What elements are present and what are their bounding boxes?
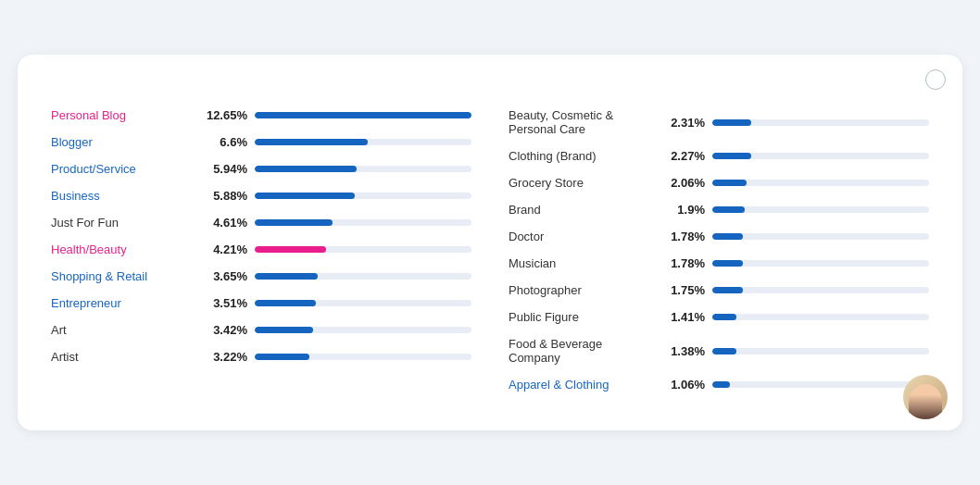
bar-track xyxy=(712,287,929,293)
row-label: Clothing (Brand) xyxy=(509,149,657,163)
row-percent: 2.31% xyxy=(657,116,705,130)
row-percent: 3.42% xyxy=(199,323,247,337)
left-column: Personal Blog12.65%Blogger6.6%Product/Se… xyxy=(51,108,471,404)
row-percent: 3.65% xyxy=(199,269,247,283)
bar-fill xyxy=(255,354,309,360)
bar-fill xyxy=(255,139,368,145)
bar-track xyxy=(255,354,471,360)
bar-fill xyxy=(255,246,326,253)
row-label: Food & Beverage Company xyxy=(509,337,657,365)
bar-fill xyxy=(712,260,743,267)
table-row: Grocery Store2.06% xyxy=(509,176,929,190)
avatar-figure xyxy=(909,384,942,419)
row-percent: 5.94% xyxy=(199,162,247,176)
row-percent: 2.06% xyxy=(657,176,705,190)
table-row: Clothing (Brand)2.27% xyxy=(509,149,929,163)
bar-fill xyxy=(712,153,751,159)
bar-track xyxy=(255,273,471,280)
bar-fill xyxy=(255,166,357,172)
bar-track xyxy=(712,206,929,213)
bar-fill xyxy=(712,381,730,388)
table-row: Musician1.78% xyxy=(509,256,929,270)
row-percent: 6.6% xyxy=(199,135,247,149)
row-percent: 4.61% xyxy=(199,216,247,230)
row-percent: 3.51% xyxy=(199,296,247,310)
bar-track xyxy=(712,180,929,186)
bar-track xyxy=(255,112,471,118)
bar-track xyxy=(255,300,471,306)
row-label: Art xyxy=(51,323,199,337)
columns-container: Personal Blog12.65%Blogger6.6%Product/Se… xyxy=(51,108,929,404)
row-percent: 1.78% xyxy=(657,230,705,243)
table-row: Photographer1.75% xyxy=(509,283,929,297)
bar-track xyxy=(255,219,471,226)
row-percent: 1.9% xyxy=(657,203,705,217)
row-percent: 1.41% xyxy=(657,310,705,324)
bar-track xyxy=(712,119,929,126)
bar-fill xyxy=(255,219,333,226)
bar-fill xyxy=(712,233,743,240)
bar-track xyxy=(255,139,471,145)
bar-fill xyxy=(712,287,743,293)
bar-fill xyxy=(255,112,471,118)
row-label: Health/Beauty xyxy=(51,242,199,256)
bar-fill xyxy=(712,314,736,320)
table-row: Entrepreneur3.51% xyxy=(51,296,471,310)
bar-fill xyxy=(255,327,313,333)
row-percent: 1.78% xyxy=(657,256,705,270)
avatar xyxy=(903,375,948,419)
bar-track xyxy=(712,381,929,388)
row-label: Brand xyxy=(509,203,657,217)
bar-fill xyxy=(255,273,318,280)
table-row: Brand1.9% xyxy=(509,203,929,217)
bar-fill xyxy=(712,206,745,213)
bar-fill xyxy=(255,193,355,199)
table-row: Beauty, Cosmetic & Personal Care2.31% xyxy=(509,108,929,136)
bar-track xyxy=(255,246,471,253)
bar-track xyxy=(712,260,929,267)
row-label: Doctor xyxy=(509,230,657,243)
bar-track xyxy=(712,348,929,354)
row-percent: 12.65% xyxy=(199,108,247,122)
row-percent: 2.27% xyxy=(657,149,705,163)
table-row: Public Figure1.41% xyxy=(509,310,929,324)
table-row: Just For Fun4.61% xyxy=(51,216,471,230)
bar-fill xyxy=(712,180,747,186)
bar-track xyxy=(255,166,471,172)
table-row: Personal Blog12.65% xyxy=(51,108,471,122)
right-column: Beauty, Cosmetic & Personal Care2.31%Clo… xyxy=(509,108,929,404)
row-label: Grocery Store xyxy=(509,176,657,190)
table-row: Artist3.22% xyxy=(51,350,471,364)
row-label: Business xyxy=(51,189,199,203)
table-row: Doctor1.78% xyxy=(509,230,929,243)
bar-track xyxy=(255,193,471,199)
table-row: Business5.88% xyxy=(51,189,471,203)
audience-interests-card: Personal Blog12.65%Blogger6.6%Product/Se… xyxy=(18,55,962,430)
row-label: Just For Fun xyxy=(51,216,199,230)
row-label: Beauty, Cosmetic & Personal Care xyxy=(509,108,657,136)
table-row: Health/Beauty4.21% xyxy=(51,242,471,256)
row-label: Personal Blog xyxy=(51,108,199,122)
info-icon[interactable] xyxy=(925,69,946,90)
row-percent: 3.22% xyxy=(199,350,247,364)
row-label: Entrepreneur xyxy=(51,296,199,310)
row-label: Blogger xyxy=(51,135,199,149)
bar-fill xyxy=(712,119,751,126)
row-label: Apparel & Clothing xyxy=(509,378,657,392)
table-row: Blogger6.6% xyxy=(51,135,471,149)
row-percent: 5.88% xyxy=(199,189,247,203)
bar-fill xyxy=(712,348,736,354)
row-label: Public Figure xyxy=(509,310,657,324)
table-row: Art3.42% xyxy=(51,323,471,337)
row-label: Shopping & Retail xyxy=(51,269,199,283)
row-label: Product/Service xyxy=(51,162,199,176)
bar-track xyxy=(255,327,471,333)
table-row: Food & Beverage Company1.38% xyxy=(509,337,929,365)
bar-track xyxy=(712,233,929,240)
row-percent: 1.38% xyxy=(657,344,705,358)
row-label: Artist xyxy=(51,350,199,364)
bar-fill xyxy=(255,300,316,306)
table-row: Shopping & Retail3.65% xyxy=(51,269,471,283)
row-label: Musician xyxy=(509,256,657,270)
row-percent: 1.06% xyxy=(657,378,705,392)
